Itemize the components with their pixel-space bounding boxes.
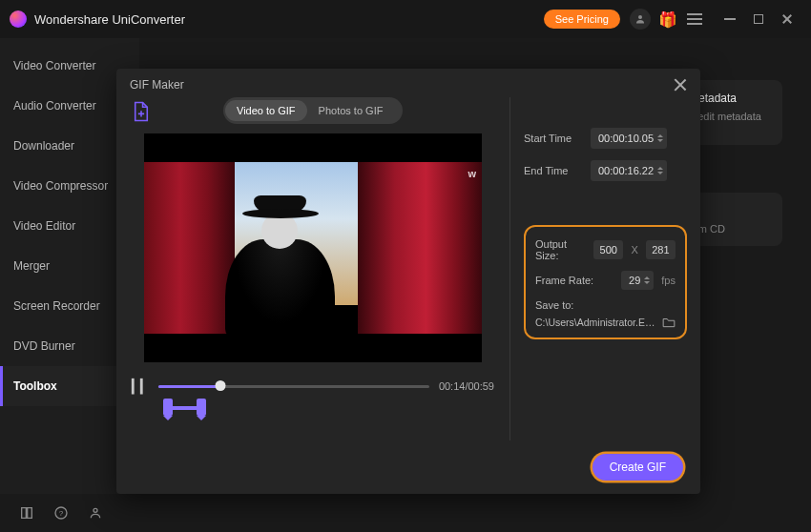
start-time-input[interactable]: 00:00:10.05 [591,128,667,149]
guide-icon[interactable] [19,505,34,521]
save-path: C:\Users\Administrator.EIZE5 [535,317,656,328]
card-title: Metadata [689,92,771,105]
help-icon[interactable]: ? [53,505,69,521]
trim-end-handle[interactable] [197,399,206,416]
account-icon[interactable] [88,505,103,521]
video-preview[interactable]: w [144,133,482,362]
timecode: 00:14/00:59 [439,380,494,392]
tab-photos-to-gif[interactable]: Photos to GIF [307,100,395,121]
output-settings-box: Output Size: 500 X 281 Frame Rate: 29 fp… [524,225,687,339]
start-time-label: Start Time [524,133,583,144]
person-icon [634,13,646,25]
tab-video-to-gif[interactable]: Video to GIF [225,100,307,121]
fps-label: fps [661,275,676,286]
end-time-input[interactable]: 00:00:16.22 [591,160,667,181]
card-subtitle: d edit metadata es [689,111,771,133]
gif-maker-dialog: GIF Maker Video to GIF Photos to GIF [116,69,700,494]
trim-range[interactable] [155,399,403,419]
x-separator: X [631,244,637,256]
watermark-icon: w [468,168,476,179]
svg-point-3 [94,508,97,512]
menu-icon[interactable] [687,13,702,25]
create-gif-button[interactable]: Create GIF [593,454,683,481]
frame-rate-label: Frame Rate: [535,275,600,286]
window-maximize-button[interactable] [752,12,765,26]
frame-rate-input[interactable]: 29 [621,271,654,290]
window-minimize-button[interactable] [723,12,737,26]
trim-start-handle[interactable] [163,399,173,416]
seek-bar[interactable] [158,378,429,395]
titlebar: Wondershare UniConverter See Pricing 🎁 [0,0,811,38]
end-time-label: End Time [524,165,583,176]
svg-point-0 [638,15,642,19]
mode-tabs: Video to GIF Photos to GIF [223,97,403,124]
close-icon[interactable] [674,78,687,92]
save-to-label: Save to: [535,299,676,311]
output-height-input[interactable]: 281 [646,240,676,259]
card-subtitle: rom CD [689,223,771,235]
svg-text:?: ? [59,509,64,518]
gift-icon[interactable]: 🎁 [658,10,677,29]
dialog-title: GIF Maker [130,78,184,92]
folder-icon[interactable] [662,317,676,328]
app-title: Wondershare UniConverter [34,12,185,27]
app-logo-icon [10,10,27,28]
output-width-input[interactable]: 500 [593,240,623,259]
bottom-toolbar: ? [0,494,139,532]
window-close-button[interactable] [780,12,794,26]
output-size-label: Output Size: [535,238,586,261]
user-avatar-icon[interactable] [630,9,651,30]
pause-button[interactable]: ▎▎ [132,379,149,394]
see-pricing-button[interactable]: See Pricing [544,10,620,29]
card-title: r [689,204,771,217]
